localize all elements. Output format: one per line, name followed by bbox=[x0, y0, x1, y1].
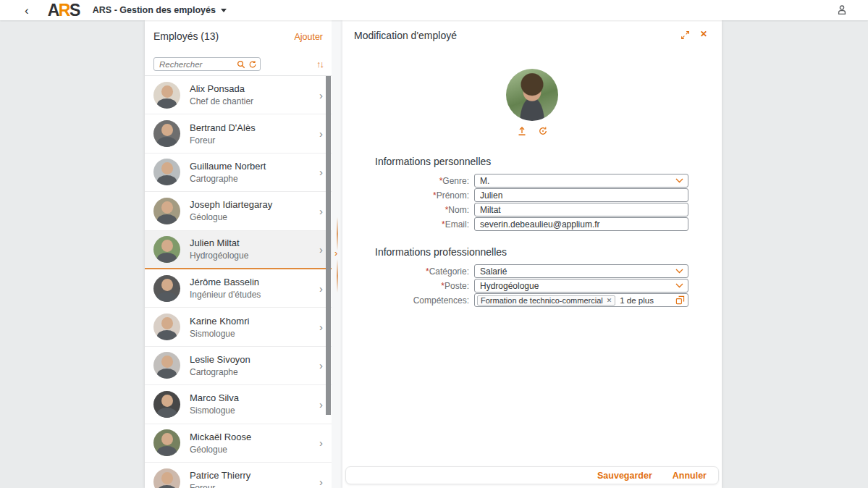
employee-list-item[interactable]: Patrice Thierry Foreur › bbox=[145, 463, 332, 488]
value-help-icon[interactable] bbox=[675, 295, 685, 305]
detail-footer: Sauvegarder Annuler bbox=[345, 466, 719, 484]
genre-select[interactable]: M. bbox=[474, 174, 688, 188]
prenom-label: *Prénom: bbox=[342, 190, 474, 201]
list-chevron-icon: › bbox=[319, 359, 323, 371]
chevron-down-icon bbox=[675, 283, 683, 288]
email-input[interactable] bbox=[474, 217, 688, 231]
panel-splitter[interactable]: › bbox=[332, 20, 342, 488]
close-icon[interactable]: ✕ bbox=[700, 29, 707, 39]
app-title: ARS - Gestion des employés bbox=[93, 5, 216, 15]
employee-name: Mickaël Roose bbox=[190, 432, 251, 442]
splitter-expand-icon[interactable]: › bbox=[334, 248, 337, 258]
prenom-input[interactable] bbox=[474, 188, 688, 202]
employee-role: Ingénieur d'études bbox=[190, 290, 261, 300]
employee-list-item[interactable]: Joseph Idiartegaray Géologue › bbox=[145, 192, 332, 230]
avatar bbox=[153, 120, 180, 147]
save-button[interactable]: Sauvegarder bbox=[597, 471, 652, 481]
poste-label: *Poste: bbox=[342, 281, 474, 291]
list-chevron-icon: › bbox=[319, 398, 323, 411]
detail-title: Modification d'employé bbox=[354, 30, 457, 41]
list-title: Employés (13) bbox=[153, 30, 219, 42]
nom-input[interactable] bbox=[474, 203, 688, 216]
search-icon[interactable] bbox=[237, 60, 245, 69]
shell-bar: ‹ ARS ARS - Gestion des employés bbox=[0, 0, 868, 20]
employee-detail-panel: Modification d'employé ✕ Informations pe… bbox=[342, 20, 722, 488]
competences-label: Compétences: bbox=[342, 295, 474, 306]
employee-list-item[interactable]: Bertrand D'Alès Foreur › bbox=[145, 114, 332, 153]
avatar bbox=[153, 429, 180, 456]
refresh-icon[interactable] bbox=[248, 60, 257, 69]
chevron-down-icon bbox=[675, 178, 683, 183]
list-chevron-icon: › bbox=[319, 127, 323, 140]
sort-icon[interactable]: ↑↓ bbox=[316, 59, 323, 70]
list-chevron-icon: › bbox=[319, 476, 323, 488]
employee-name: Guillaume Norbert bbox=[190, 161, 266, 172]
categorie-select[interactable]: Salarié bbox=[474, 264, 688, 278]
list-chevron-icon: › bbox=[319, 89, 323, 101]
cancel-button[interactable]: Annuler bbox=[673, 471, 707, 481]
employee-name: Alix Ponsada bbox=[190, 83, 253, 94]
employee-role: Sismologue bbox=[190, 329, 249, 339]
employee-name: Leslie Sivoyon bbox=[190, 354, 250, 365]
avatar bbox=[153, 468, 180, 488]
employee-role: Hydrogéologue bbox=[190, 251, 248, 261]
splitter-grip bbox=[337, 217, 338, 251]
employee-list-item[interactable]: Guillaume Norbert Cartographe › bbox=[145, 153, 332, 192]
nom-label: *Nom: bbox=[342, 205, 474, 215]
more-tokens-label: 1 de plus bbox=[620, 296, 654, 305]
employee-list-item[interactable]: Alix Ponsada Chef de chantier › bbox=[145, 76, 332, 114]
employee-photo bbox=[506, 69, 558, 121]
categorie-label: *Catégorie: bbox=[342, 266, 474, 277]
fullscreen-icon[interactable] bbox=[681, 30, 690, 40]
employee-list-item[interactable]: Marco Silva Sismologue › bbox=[145, 385, 332, 424]
section-professional-title: Informations professionnelles bbox=[375, 246, 507, 258]
upload-photo-icon[interactable] bbox=[517, 126, 527, 136]
avatar bbox=[153, 275, 180, 302]
reset-photo-icon[interactable] bbox=[538, 126, 548, 136]
app-title-menu[interactable]: ARS - Gestion des employés bbox=[93, 5, 227, 15]
section-personal-title: Informations personnelles bbox=[375, 156, 491, 167]
chevron-down-icon bbox=[675, 269, 683, 274]
poste-select[interactable]: Hydrogéologue bbox=[474, 279, 688, 293]
employee-name: Bertrand D'Alès bbox=[190, 122, 256, 133]
employee-list-item[interactable]: Julien Miltat Hydrogéologue › bbox=[145, 231, 332, 269]
list-chevron-icon: › bbox=[319, 243, 323, 256]
back-icon[interactable]: ‹ bbox=[25, 4, 29, 17]
employee-role: Cartographe bbox=[190, 174, 266, 184]
employee-list: Alix Ponsada Chef de chantier › Bertrand… bbox=[145, 76, 332, 488]
employee-list-item[interactable]: Jérôme Basselin Ingénieur d'études › bbox=[145, 269, 332, 308]
employee-role: Foreur bbox=[190, 483, 250, 488]
avatar bbox=[153, 236, 180, 263]
employee-name: Jérôme Basselin bbox=[190, 277, 261, 287]
employee-list-item[interactable]: Karine Khomri Sismologue › bbox=[145, 308, 332, 346]
employee-role: Chef de chantier bbox=[190, 96, 253, 106]
competence-token[interactable]: Formation de technico-commercial ✕ bbox=[477, 295, 615, 306]
employee-list-item[interactable]: Mickaël Roose Géologue › bbox=[145, 424, 332, 463]
employee-role: Sismologue bbox=[190, 405, 239, 416]
competences-field[interactable]: Formation de technico-commercial ✕ 1 de … bbox=[474, 293, 688, 307]
avatar bbox=[153, 82, 180, 109]
employee-name: Karine Khomri bbox=[190, 316, 249, 327]
employee-role: Géologue bbox=[190, 445, 251, 455]
list-scrollbar[interactable] bbox=[326, 76, 331, 415]
search-field[interactable] bbox=[153, 57, 261, 71]
add-employee-button[interactable]: Ajouter bbox=[294, 32, 323, 42]
employee-role: Géologue bbox=[190, 212, 272, 222]
employee-list-item[interactable]: Leslie Sivoyon Cartographe › bbox=[145, 347, 332, 385]
avatar bbox=[153, 352, 180, 379]
employee-name: Patrice Thierry bbox=[190, 470, 250, 481]
user-profile-icon[interactable] bbox=[836, 4, 848, 16]
email-label: *Email: bbox=[342, 219, 474, 230]
avatar bbox=[153, 159, 180, 185]
token-remove-icon[interactable]: ✕ bbox=[607, 297, 612, 304]
list-chevron-icon: › bbox=[319, 205, 323, 217]
genre-label: *Genre: bbox=[342, 176, 474, 186]
avatar bbox=[153, 198, 180, 224]
list-chevron-icon: › bbox=[319, 166, 323, 178]
employee-name: Julien Miltat bbox=[190, 237, 248, 248]
photo-actions bbox=[342, 126, 722, 136]
list-toolbar: ↑↓ bbox=[145, 55, 332, 76]
employee-role: Foreur bbox=[190, 135, 256, 146]
caret-down-icon bbox=[221, 9, 227, 12]
search-input[interactable] bbox=[154, 60, 234, 69]
